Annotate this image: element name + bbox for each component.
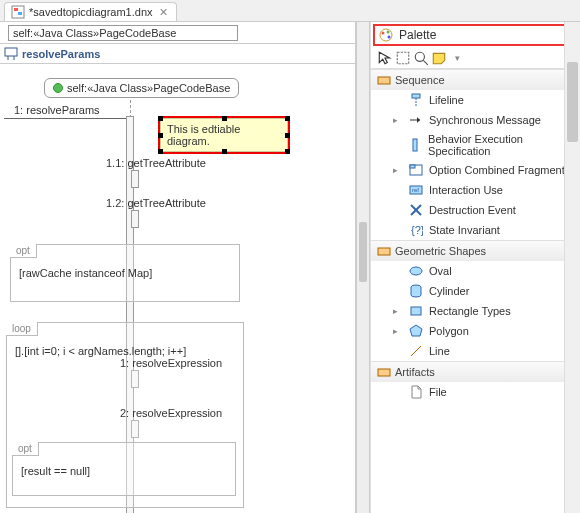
palette-item-cylinder[interactable]: Cylinder (371, 281, 580, 301)
fragment-opt-2[interactable]: opt [result == null] (12, 442, 236, 496)
item-label: Option Combined Fragment (429, 164, 565, 176)
fragment-label: loop (6, 322, 38, 336)
activation-nested-2[interactable] (131, 210, 139, 228)
palette-item-polygon[interactable]: ▸Polygon (371, 321, 580, 341)
message-arrow-1 (4, 118, 126, 119)
palette-item-sync-message[interactable]: ▸Synchronous Message (371, 110, 580, 130)
execution-icon (408, 138, 422, 152)
palette-item-option-fragment[interactable]: ▸Option Combined Fragment (371, 160, 580, 180)
drawer-icon (377, 365, 391, 379)
palette-section-artifacts: Artifacts ⊙ File (371, 361, 580, 402)
svg-point-8 (387, 31, 390, 34)
palette-item-line[interactable]: Line (371, 341, 580, 361)
section-header[interactable]: Artifacts ⊙ (371, 362, 580, 382)
editor-tab[interactable]: *savedtopicdiagram1.dnx ✕ (4, 2, 177, 21)
tab-bar: *savedtopicdiagram1.dnx ✕ (0, 0, 580, 22)
zoom-tool-icon[interactable] (413, 50, 429, 66)
resize-handle[interactable] (158, 116, 163, 121)
palette-item-oval[interactable]: Oval (371, 261, 580, 281)
resize-handle[interactable] (222, 149, 227, 154)
palette-item-state-invariant[interactable]: {?}State Invariant (371, 220, 580, 240)
palette-item-destruction[interactable]: Destruction Event (371, 200, 580, 220)
section-header[interactable]: Sequence ⊙ (371, 70, 580, 90)
state-invariant-icon: {?} (409, 223, 423, 237)
resize-handle[interactable] (222, 116, 227, 121)
note-tool-icon[interactable] (431, 50, 447, 66)
oval-icon (409, 264, 423, 278)
palette-icon (379, 28, 393, 42)
item-label: Destruction Event (429, 204, 516, 216)
scrollbar-thumb[interactable] (359, 222, 367, 282)
editor-scrollbar[interactable] (356, 22, 370, 513)
palette-title: Palette (399, 28, 436, 42)
activation-nested-1[interactable] (131, 170, 139, 188)
dropdown-icon[interactable]: ▾ (449, 50, 465, 66)
svg-rect-28 (411, 307, 421, 315)
fragment-opt-1[interactable]: opt [rawCache instanceof Map] (10, 244, 240, 302)
item-label: Oval (429, 265, 452, 277)
lifeline-header[interactable]: self:«Java Class»PageCodeBase (44, 78, 239, 98)
message-label-2[interactable]: 1.1: getTreeAttribute (106, 157, 206, 169)
section-title: Sequence (395, 74, 445, 86)
context-bar: self:«Java Class»PageCodeBase (0, 22, 355, 44)
diagram-canvas[interactable]: self:«Java Class»PageCodeBase 1: resolve… (0, 64, 355, 513)
svg-point-7 (382, 32, 385, 35)
svg-rect-25 (378, 248, 390, 255)
diagram-title: resolveParams (22, 48, 100, 60)
resize-handle[interactable] (285, 116, 290, 121)
svg-rect-1 (14, 8, 18, 11)
section-title: Geometric Shapes (395, 245, 486, 257)
resize-handle[interactable] (158, 133, 163, 138)
palette-item-lifeline[interactable]: Lifeline (371, 90, 580, 110)
workspace: self:«Java Class»PageCodeBase resolvePar… (0, 22, 580, 513)
message-label-5[interactable]: 2: resolveExpression (120, 407, 222, 419)
section-header[interactable]: Geometric Shapes ⊙ (371, 241, 580, 261)
fragment-guard: [rawCache instanceof Map] (19, 267, 152, 279)
svg-text:ref: ref (412, 187, 419, 193)
diagram-file-icon (11, 5, 25, 19)
polygon-icon (409, 324, 423, 338)
sync-message-icon (409, 113, 423, 127)
message-label-3[interactable]: 1.2: getTreeAttribute (106, 197, 206, 209)
item-label: Synchronous Message (429, 114, 541, 126)
scrollbar-thumb[interactable] (567, 62, 578, 142)
palette-scrollbar[interactable] (564, 22, 580, 513)
drawer-icon (377, 244, 391, 258)
resize-handle[interactable] (285, 149, 290, 154)
item-label: Lifeline (429, 94, 464, 106)
close-icon[interactable]: ✕ (157, 6, 170, 19)
palette-header[interactable]: Palette ▷ (373, 24, 578, 46)
palette-item-behavior-exec[interactable]: Behavior Execution Specification (371, 130, 580, 160)
diagram-title-bar: resolveParams (0, 44, 355, 64)
class-icon (53, 83, 63, 93)
item-label: Behavior Execution Specification (428, 133, 574, 157)
svg-point-11 (415, 52, 424, 61)
item-label: State Invariant (429, 224, 500, 236)
item-label: Polygon (429, 325, 469, 337)
message-label-4[interactable]: 1: resolveExpression (120, 357, 222, 369)
palette-section-sequence: Sequence ⊙ Lifeline ▸Synchronous Message… (371, 69, 580, 240)
palette-item-rectangle[interactable]: ▸Rectangle Types (371, 301, 580, 321)
select-tool-icon[interactable] (377, 50, 393, 66)
palette-toolbar: ▾ (371, 48, 580, 69)
drawer-icon (377, 73, 391, 87)
diagram-note[interactable]: This is edtiable diagram. (160, 118, 288, 152)
resize-handle[interactable] (285, 133, 290, 138)
resize-handle[interactable] (158, 149, 163, 154)
item-label: Rectangle Types (429, 305, 511, 317)
lifeline-label: self:«Java Class»PageCodeBase (67, 82, 230, 94)
svg-rect-3 (5, 48, 17, 56)
palette-item-interaction-use[interactable]: refInteraction Use (371, 180, 580, 200)
palette-panel: Palette ▷ ▾ Sequence ⊙ Lifeline ▸Synchro… (370, 22, 580, 513)
file-icon (409, 385, 423, 399)
tab-title: *savedtopicdiagram1.dnx (29, 6, 153, 18)
palette-section-shapes: Geometric Shapes ⊙ Oval Cylinder ▸Rectan… (371, 240, 580, 361)
line-icon (409, 344, 423, 358)
section-title: Artifacts (395, 366, 435, 378)
context-self-box[interactable]: self:«Java Class»PageCodeBase (8, 25, 238, 41)
palette-item-file[interactable]: File (371, 382, 580, 402)
marquee-tool-icon[interactable] (395, 50, 411, 66)
rectangle-icon (409, 304, 423, 318)
message-label-1[interactable]: 1: resolveParams (14, 104, 100, 116)
svg-rect-13 (378, 77, 390, 84)
